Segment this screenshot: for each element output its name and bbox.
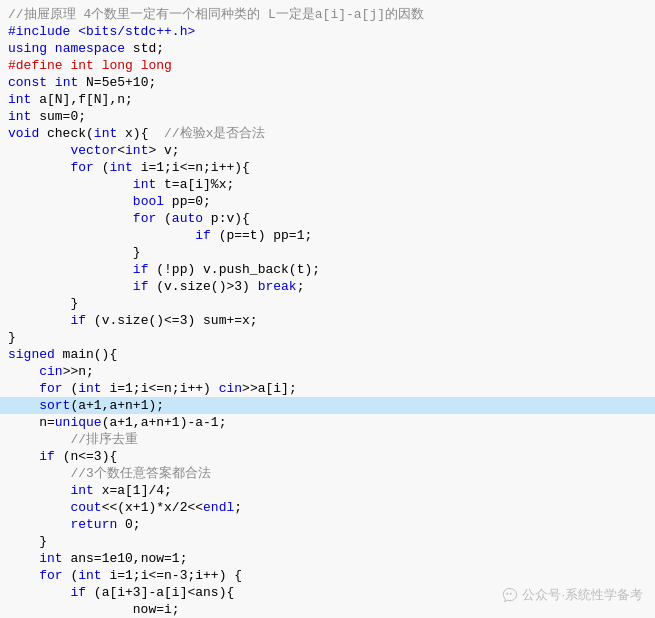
code-text: } (8, 244, 141, 261)
watermark: 公众号·系统性学备考 (502, 586, 643, 604)
code-line: cin>>n; (0, 363, 655, 380)
code-text: } (8, 329, 16, 346)
code-line: for (int i=1;i<=n;i++){ (0, 159, 655, 176)
code-line: return 0; (0, 516, 655, 533)
code-line: } (0, 295, 655, 312)
code-text: //抽屉原理 4个数里一定有一个相同种类的 L一定是a[i]-a[j]的因数 (8, 6, 424, 23)
code-text: } (8, 295, 78, 312)
code-text: if (p==t) pp=1; (8, 227, 312, 244)
code-line: //3个数任意答案都合法 (0, 465, 655, 482)
code-text: for (auto p:v){ (8, 210, 250, 227)
code-line: } (0, 329, 655, 346)
code-text: using namespace std; (8, 40, 164, 57)
code-text: for (int i=1;i<=n;i++) cin>>a[i]; (8, 380, 297, 397)
code-text: //3个数任意答案都合法 (8, 465, 211, 482)
code-text: if (a[i+3]-a[i]<ans){ (8, 584, 234, 601)
code-line: for (auto p:v){ (0, 210, 655, 227)
code-text: if (n<=3){ (8, 448, 117, 465)
code-line: if (!pp) v.push_back(t); (0, 261, 655, 278)
code-text: int x=a[1]/4; (8, 482, 172, 499)
code-text: const int N=5e5+10; (8, 74, 156, 91)
code-line: //抽屉原理 4个数里一定有一个相同种类的 L一定是a[i]-a[j]的因数 (0, 6, 655, 23)
code-line: bool pp=0; (0, 193, 655, 210)
code-line: cout<<(x+1)*x/2<<endl; (0, 499, 655, 516)
code-text: return 0; (8, 516, 141, 533)
code-line: int t=a[i]%x; (0, 176, 655, 193)
code-text: bool pp=0; (8, 193, 211, 210)
code-text: sort(a+1,a+n+1); (8, 397, 164, 414)
code-text: vector<int> v; (8, 142, 180, 159)
code-text: #include <bits/stdc++.h> (8, 23, 195, 40)
code-line: if (v.size()>3) break; (0, 278, 655, 295)
code-line: void check(int x){ //检验x是否合法 (0, 125, 655, 142)
code-line: int ans=1e10,now=1; (0, 550, 655, 567)
watermark-text: 公众号·系统性学备考 (522, 586, 643, 604)
svg-point-0 (507, 593, 509, 595)
code-text: for (int i=1;i<=n-3;i++) { (8, 567, 242, 584)
code-text: #define int long long (8, 57, 172, 74)
code-line: int a[N],f[N],n; (0, 91, 655, 108)
code-line: const int N=5e5+10; (0, 74, 655, 91)
code-line: #define int long long (0, 57, 655, 74)
code-text: if (!pp) v.push_back(t); (8, 261, 320, 278)
code-text: int sum=0; (8, 108, 86, 125)
code-text: int t=a[i]%x; (8, 176, 234, 193)
code-text: signed main(){ (8, 346, 117, 363)
code-text: now=i; (8, 601, 180, 618)
code-line: int sum=0; (0, 108, 655, 125)
code-text: if (v.size()>3) break; (8, 278, 304, 295)
code-line: //排序去重 (0, 431, 655, 448)
code-line: if (n<=3){ (0, 448, 655, 465)
code-line: } (0, 533, 655, 550)
code-text: void check(int x){ //检验x是否合法 (8, 125, 265, 142)
svg-point-1 (510, 593, 512, 595)
code-text: if (v.size()<=3) sum+=x; (8, 312, 258, 329)
code-line: if (p==t) pp=1; (0, 227, 655, 244)
code-text: } (8, 533, 47, 550)
code-line: signed main(){ (0, 346, 655, 363)
code-line: sort(a+1,a+n+1); (0, 397, 655, 414)
code-line: n=unique(a+1,a+n+1)-a-1; (0, 414, 655, 431)
code-text: //排序去重 (8, 431, 138, 448)
code-line: vector<int> v; (0, 142, 655, 159)
code-line: #include <bits/stdc++.h> (0, 23, 655, 40)
wechat-icon (502, 587, 518, 603)
code-text: n=unique(a+1,a+n+1)-a-1; (8, 414, 226, 431)
code-line: for (int i=1;i<=n;i++) cin>>a[i]; (0, 380, 655, 397)
code-text: for (int i=1;i<=n;i++){ (8, 159, 250, 176)
code-line: int x=a[1]/4; (0, 482, 655, 499)
code-line: } (0, 244, 655, 261)
code-editor: //抽屉原理 4个数里一定有一个相同种类的 L一定是a[i]-a[j]的因数#i… (0, 0, 655, 618)
code-text: int a[N],f[N],n; (8, 91, 133, 108)
code-line: if (v.size()<=3) sum+=x; (0, 312, 655, 329)
code-text: cin>>n; (8, 363, 94, 380)
code-line: for (int i=1;i<=n-3;i++) { (0, 567, 655, 584)
code-text: cout<<(x+1)*x/2<<endl; (8, 499, 242, 516)
code-text: int ans=1e10,now=1; (8, 550, 187, 567)
code-line: using namespace std; (0, 40, 655, 57)
